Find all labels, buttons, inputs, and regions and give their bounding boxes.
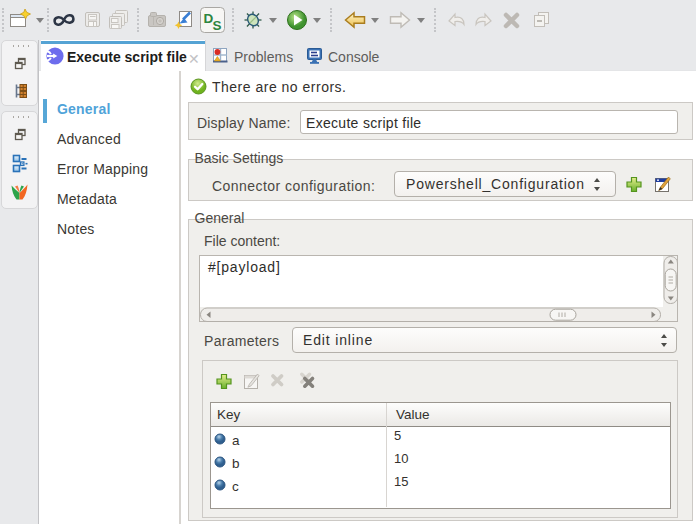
svg-text:S: S	[213, 18, 222, 33]
